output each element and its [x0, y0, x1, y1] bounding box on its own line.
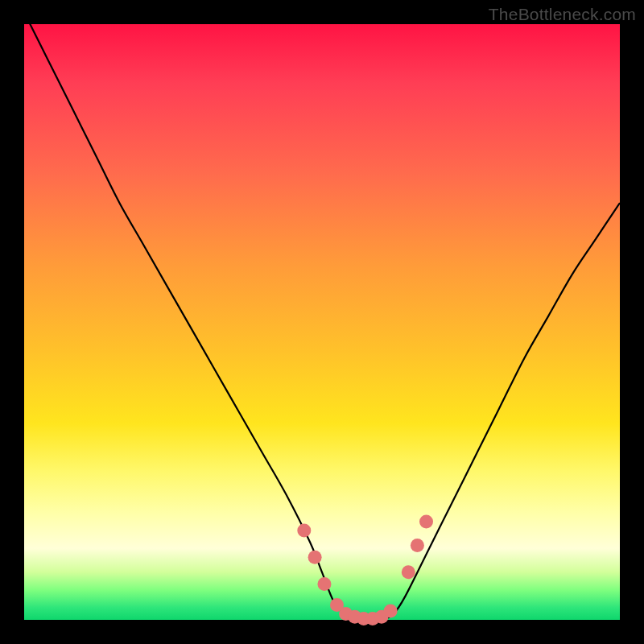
- curve-marker: [419, 514, 433, 528]
- chart-frame: [24, 24, 620, 620]
- curve-marker: [317, 577, 331, 591]
- curve-marker: [384, 604, 398, 617]
- curve-marker: [411, 539, 424, 552]
- curve-marker: [308, 551, 322, 564]
- curve-markers: [297, 514, 433, 625]
- curve-marker: [402, 565, 415, 579]
- watermark-text: TheBottleneck.com: [489, 5, 636, 24]
- curve-marker: [297, 524, 311, 538]
- bottleneck-curve: [24, 12, 620, 620]
- curve-layer: [24, 24, 620, 620]
